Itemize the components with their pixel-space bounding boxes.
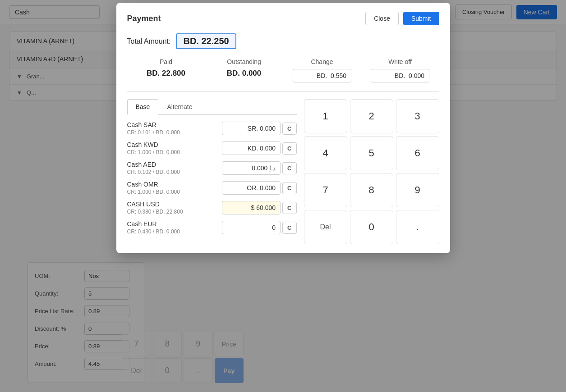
method-rate-sar: CR: 0.101 / BD. 0.000 xyxy=(127,129,222,136)
method-input-aed[interactable] xyxy=(222,161,281,175)
method-rate-kwd: CR: 1.000 / BD. 0.000 xyxy=(127,149,222,155)
method-input-wrap-omr: C xyxy=(222,181,296,195)
outstanding-col: Outstanding BD. 0.000 xyxy=(205,58,283,82)
method-rate-omr: CR: 1.000 / BD. 0.000 xyxy=(127,189,222,195)
method-input-wrap-usd: C xyxy=(222,201,296,214)
numpad-0[interactable]: 0 xyxy=(350,210,393,244)
tab-alternate[interactable]: Alternate xyxy=(158,99,201,114)
modal-header-actions: Close Submit xyxy=(365,12,439,25)
payment-tabs: Base Alternate xyxy=(127,99,297,115)
writeoff-label: Write off xyxy=(361,58,439,69)
method-info-omr: Cash OMR CR: 1.000 / BD. 0.000 xyxy=(127,181,222,195)
change-input[interactable] xyxy=(293,69,351,82)
total-amount-value: BD. 22.250 xyxy=(176,33,236,49)
numpad-del[interactable]: Del xyxy=(304,210,347,244)
numpad-7[interactable]: 7 xyxy=(304,173,347,207)
method-info-eur: Cash EUR CR: 0.430 / BD. 0.000 xyxy=(127,220,222,235)
payment-methods-panel: Base Alternate Cash SAR CR: 0.101 / BD. … xyxy=(127,99,297,244)
method-input-wrap-eur: C xyxy=(222,221,296,234)
method-name-eur: Cash EUR xyxy=(127,220,222,228)
modal-title: Payment xyxy=(127,14,161,23)
method-input-eur[interactable] xyxy=(222,221,281,234)
numpad-5[interactable]: 5 xyxy=(350,136,393,170)
numpad-3[interactable]: 3 xyxy=(396,99,439,133)
method-input-omr[interactable] xyxy=(222,181,281,195)
change-input-wrap xyxy=(283,69,361,82)
clear-kwd-button[interactable]: C xyxy=(282,142,296,155)
method-name-kwd: Cash KWD xyxy=(127,141,222,148)
outstanding-label: Outstanding xyxy=(205,58,283,69)
method-input-sar[interactable] xyxy=(222,122,281,135)
writeoff-input-wrap xyxy=(361,69,439,82)
numpad-4[interactable]: 4 xyxy=(304,136,347,170)
numpad: 1 2 3 4 5 6 7 8 9 Del 0 . xyxy=(304,99,439,244)
clear-usd-button[interactable]: C xyxy=(282,202,296,214)
total-amount-label: Total Amount: xyxy=(127,37,171,46)
method-info-aed: Cash AED CR: 0.102 / BD. 0.000 xyxy=(127,161,222,175)
total-amount-row: Total Amount: BD. 22.250 xyxy=(127,33,439,49)
writeoff-input[interactable] xyxy=(371,69,429,82)
clear-eur-button[interactable]: C xyxy=(282,222,296,234)
numpad-dot[interactable]: . xyxy=(396,210,439,244)
method-name-omr: Cash OMR xyxy=(127,181,222,188)
clear-aed-button[interactable]: C xyxy=(282,162,296,174)
payment-summary: Paid BD. 22.800 Outstanding BD. 0.000 Ch… xyxy=(127,58,439,82)
method-input-wrap-kwd: C xyxy=(222,141,296,155)
paid-col: Paid BD. 22.800 xyxy=(127,58,205,82)
payment-modal: Payment Close Submit Total Amount: BD. 2… xyxy=(116,3,450,253)
paid-label: Paid xyxy=(127,58,205,69)
clear-omr-button[interactable]: C xyxy=(282,182,296,194)
method-row-usd: CASH USD CR: 0.380 / BD. 22.800 C xyxy=(127,201,297,215)
method-row-aed: Cash AED CR: 0.102 / BD. 0.000 C xyxy=(127,161,297,175)
method-info-sar: Cash SAR CR: 0.101 / BD. 0.000 xyxy=(127,121,222,136)
outstanding-value: BD. 0.000 xyxy=(205,69,283,78)
change-col: Change xyxy=(283,58,361,82)
numpad-9[interactable]: 9 xyxy=(396,173,439,207)
divider xyxy=(127,91,439,92)
modal-body: Base Alternate Cash SAR CR: 0.101 / BD. … xyxy=(127,99,439,244)
method-rate-eur: CR: 0.430 / BD. 0.000 xyxy=(127,228,222,235)
close-button[interactable]: Close xyxy=(365,12,399,25)
method-input-usd[interactable] xyxy=(222,201,281,214)
method-rate-usd: CR: 0.380 / BD. 22.800 xyxy=(127,209,222,215)
change-label: Change xyxy=(283,58,361,69)
numpad-1[interactable]: 1 xyxy=(304,99,347,133)
method-info-usd: CASH USD CR: 0.380 / BD. 22.800 xyxy=(127,201,222,215)
tab-base[interactable]: Base xyxy=(127,99,159,115)
method-row-kwd: Cash KWD CR: 1.000 / BD. 0.000 C xyxy=(127,141,297,155)
method-row-sar: Cash SAR CR: 0.101 / BD. 0.000 C xyxy=(127,121,297,136)
method-rate-aed: CR: 0.102 / BD. 0.000 xyxy=(127,169,222,175)
writeoff-col: Write off xyxy=(361,58,439,82)
method-name-aed: Cash AED xyxy=(127,161,222,168)
method-input-wrap-sar: C xyxy=(222,122,296,135)
paid-value: BD. 22.800 xyxy=(127,69,205,78)
submit-button[interactable]: Submit xyxy=(403,12,439,25)
method-name-sar: Cash SAR xyxy=(127,121,222,128)
method-input-wrap-aed: C xyxy=(222,161,296,175)
method-row-eur: Cash EUR CR: 0.430 / BD. 0.000 C xyxy=(127,220,297,235)
modal-header: Payment Close Submit xyxy=(127,12,439,25)
numpad-6[interactable]: 6 xyxy=(396,136,439,170)
method-info-kwd: Cash KWD CR: 1.000 / BD. 0.000 xyxy=(127,141,222,155)
numpad-2[interactable]: 2 xyxy=(350,99,393,133)
numpad-8[interactable]: 8 xyxy=(350,173,393,207)
method-input-kwd[interactable] xyxy=(222,141,281,155)
method-name-usd: CASH USD xyxy=(127,201,222,208)
clear-sar-button[interactable]: C xyxy=(282,123,296,135)
method-row-omr: Cash OMR CR: 1.000 / BD. 0.000 C xyxy=(127,181,297,195)
